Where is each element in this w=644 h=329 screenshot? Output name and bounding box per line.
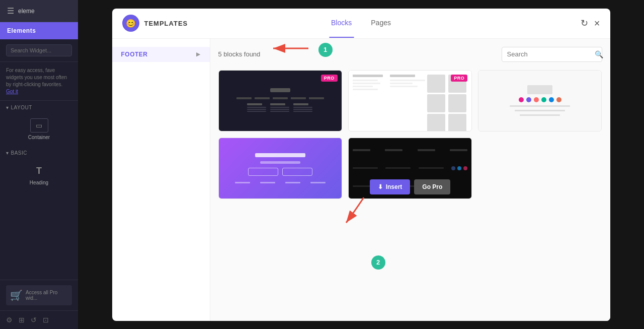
sidebar-layout-section: ▾ Layout ▭ Container	[0, 101, 78, 146]
heading-icon: T	[30, 164, 48, 178]
container-icon: ▭	[30, 118, 48, 133]
tab-pages[interactable]: Pages	[369, 9, 393, 38]
category-footer-label: FOOTER	[121, 51, 148, 58]
tab-blocks[interactable]: Blocks	[329, 9, 354, 38]
pro-icon: 🛒	[10, 289, 23, 301]
pro-badge-2: PRO	[451, 75, 467, 82]
category-arrow-icon: ▶	[196, 51, 201, 57]
template-card-4[interactable]	[218, 138, 342, 199]
heading-label: Heading	[30, 180, 48, 185]
responsive-icon[interactable]: ⊡	[43, 316, 49, 324]
modal-logo: 😊	[122, 15, 139, 32]
sidebar-widget-heading[interactable]: T Heading	[6, 160, 72, 189]
sidebar-widget-container[interactable]: ▭ Container	[6, 114, 72, 144]
app-name: eleme	[18, 8, 35, 15]
layers-icon[interactable]: ⊞	[19, 316, 25, 324]
pro-button[interactable]: Go Pro	[414, 179, 450, 194]
content-header: 5 blocks found 🔍	[218, 47, 602, 62]
search-icon: 🔍	[595, 50, 603, 58]
search-input[interactable]	[507, 50, 592, 58]
settings-icon[interactable]: ⚙	[6, 316, 13, 324]
sidebar-basic-section: ▾ Basic T Heading	[0, 146, 78, 191]
sidebar-footer-icons: ⚙ ⊞ ↺ ⊡	[0, 310, 78, 329]
sidebar-search-area	[0, 39, 78, 62]
main-area: 😊 TEMPLATES Blocks Pages ↻ × FOOTER ▶	[78, 0, 644, 329]
basic-section-title: ▾ Basic	[6, 150, 72, 156]
pro-badge-1: PRO	[321, 75, 338, 82]
card-5-overlay: ⬇ Insert Go Pro	[349, 138, 471, 199]
blocks-found-count: 5 blocks found	[218, 50, 261, 58]
sidebar-header: ☰ eleme	[0, 0, 78, 22]
sidebar: ☰ eleme Elements For easy access, fave w…	[0, 0, 78, 329]
category-footer[interactable]: FOOTER ▶	[112, 47, 210, 62]
refresh-button[interactable]: ↻	[581, 18, 588, 29]
sidebar-tab-elements[interactable]: Elements	[0, 22, 78, 39]
template-thumb-1: PRO	[219, 71, 342, 131]
modal-category-sidebar: FOOTER ▶	[112, 39, 210, 321]
pro-text: Access all Pro wid...	[26, 290, 68, 301]
template-grid: PRO	[218, 70, 602, 199]
modal-actions: ↻ ×	[581, 18, 600, 29]
modal-header: 😊 TEMPLATES Blocks Pages ↻ ×	[112, 9, 610, 39]
insert-label: Insert	[386, 183, 403, 190]
template-thumb-2: PRO	[349, 71, 471, 131]
template-card-1[interactable]: PRO	[218, 70, 342, 131]
modal-overlay: 😊 TEMPLATES Blocks Pages ↻ × FOOTER ▶	[78, 0, 644, 329]
close-button[interactable]: ×	[594, 18, 600, 29]
insert-icon: ⬇	[378, 183, 383, 190]
modal-template-content: 5 blocks found 🔍	[210, 39, 610, 321]
layout-section-title: ▾ Layout	[6, 105, 72, 110]
search-box[interactable]: 🔍	[502, 47, 602, 62]
template-thumb-4	[219, 138, 342, 199]
sidebar-tip: For easy access, fave widgets you use mo…	[0, 62, 78, 101]
template-card-5[interactable]: ⬇ Insert Go Pro	[348, 138, 472, 199]
template-card-2[interactable]: PRO	[348, 70, 472, 131]
container-label: Container	[28, 135, 50, 140]
insert-button[interactable]: ⬇ Insert	[370, 179, 411, 194]
modal-tabs: Blocks Pages	[329, 9, 393, 38]
sidebar-pro-banner: 🛒 Access all Pro wid...	[0, 280, 78, 310]
got-it-link[interactable]: Got it	[6, 89, 18, 94]
history-icon[interactable]: ↺	[31, 316, 37, 324]
search-widget-input[interactable]	[6, 44, 72, 56]
hamburger-icon[interactable]: ☰	[7, 6, 14, 16]
template-thumb-3	[478, 71, 601, 131]
template-card-3[interactable]	[478, 70, 602, 131]
templates-modal: 😊 TEMPLATES Blocks Pages ↻ × FOOTER ▶	[112, 9, 610, 321]
modal-body: FOOTER ▶ 5 blocks found 🔍	[112, 39, 610, 321]
